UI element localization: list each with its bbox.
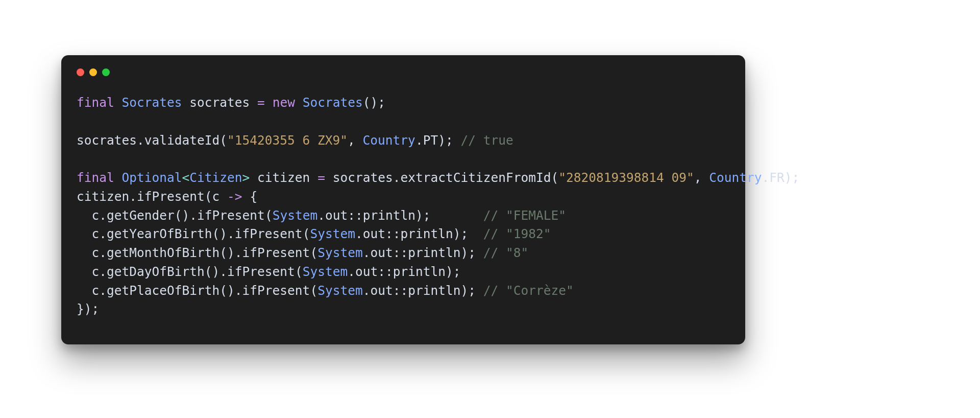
m-ifPresent: ifPresent	[242, 283, 310, 298]
m-extract: extractCitizenFromId	[400, 170, 551, 185]
type-country: Country	[363, 133, 415, 148]
p: }	[77, 301, 84, 316]
p: .	[355, 226, 363, 241]
p: )	[212, 264, 220, 279]
type-socrates: Socrates	[122, 95, 182, 110]
m-validateId: validateId	[144, 133, 220, 148]
m-out: out	[363, 226, 385, 241]
type-citizen: Citizen	[189, 170, 242, 185]
p: .	[99, 208, 107, 223]
var-c: c	[92, 264, 100, 279]
p: )	[415, 208, 423, 223]
p: .	[762, 170, 770, 185]
minimize-icon[interactable]	[89, 68, 97, 76]
p: (	[175, 208, 182, 223]
m-ifPresent: ifPresent	[197, 208, 265, 223]
type-system: System	[303, 264, 348, 279]
p: ,	[694, 170, 702, 185]
enum-PT: PT	[423, 133, 438, 148]
p: (	[219, 133, 227, 148]
p: )	[460, 245, 468, 260]
m-println: println	[408, 245, 460, 260]
p: )	[227, 245, 235, 260]
p: (	[219, 283, 227, 298]
var-citizen: citizen	[257, 170, 310, 185]
window-titlebar	[77, 68, 730, 76]
m-getPlace: getPlaceOfBirth	[107, 283, 219, 298]
p: .	[235, 283, 242, 298]
close-icon[interactable]	[77, 68, 84, 76]
p: )	[219, 226, 227, 241]
p: .	[363, 245, 371, 260]
m-getMonth: getMonthOfBirth	[107, 245, 219, 260]
zoom-icon[interactable]	[102, 68, 110, 76]
m-println: println	[400, 226, 453, 241]
p-lt: <	[182, 170, 190, 185]
p: ::	[378, 264, 393, 279]
cmt-correze: // "Corrèze"	[483, 283, 574, 298]
p: (	[295, 264, 303, 279]
code-window: final Socrates socrates = new Socrates()…	[61, 55, 745, 344]
var-c: c	[92, 208, 100, 223]
op-eq: =	[257, 95, 265, 110]
cmt-female: // "FEMALE"	[483, 208, 566, 223]
p: ;	[468, 283, 476, 298]
var-c: c	[92, 226, 100, 241]
p: .	[227, 226, 235, 241]
p: ;	[468, 245, 476, 260]
cmt-true: // true	[460, 133, 513, 148]
p: (	[310, 245, 317, 260]
p: .	[129, 189, 137, 204]
m-println: println	[393, 264, 446, 279]
p: (	[303, 226, 310, 241]
p: )	[453, 226, 461, 241]
p: ::	[393, 283, 408, 298]
p: .	[393, 170, 401, 185]
var-socrates: socrates	[189, 95, 250, 110]
p: )	[438, 133, 446, 148]
p: .	[317, 208, 325, 223]
p: .	[99, 226, 107, 241]
str-pt-id: "15420355 6 ZX9"	[227, 133, 348, 148]
p: (	[205, 189, 212, 204]
p: .	[99, 245, 107, 260]
p: .	[219, 264, 227, 279]
p: ;	[446, 133, 453, 148]
m-ifPresent: ifPresent	[137, 189, 205, 204]
p: .	[99, 264, 107, 279]
op-eq: =	[317, 170, 325, 185]
m-out: out	[355, 264, 378, 279]
p: )	[446, 264, 453, 279]
p: ;	[460, 226, 468, 241]
kw-new: new	[273, 95, 295, 110]
str-fr-id: "2820819398814 09"	[558, 170, 694, 185]
p: (	[212, 226, 220, 241]
p: ::	[385, 226, 401, 241]
m-out: out	[370, 283, 393, 298]
enum-FR: FR	[769, 170, 785, 185]
p: )	[785, 170, 792, 185]
var-c: c	[212, 189, 220, 204]
kw-final: final	[77, 95, 114, 110]
m-getGender: getGender	[107, 208, 175, 223]
m-out: out	[370, 245, 393, 260]
m-ifPresent: ifPresent	[242, 245, 310, 260]
cmt-8: // "8"	[483, 245, 529, 260]
cmt-1982: // "1982"	[483, 226, 551, 241]
p: )	[460, 283, 468, 298]
p: ;	[423, 208, 431, 223]
type-system: System	[273, 208, 318, 223]
m-out: out	[325, 208, 348, 223]
p: ;	[792, 170, 800, 185]
p: ::	[348, 208, 363, 223]
p: .	[99, 283, 107, 298]
var-socrates: socrates	[333, 170, 393, 185]
m-getDay: getDayOfBirth	[107, 264, 205, 279]
type-system: System	[317, 245, 363, 260]
m-ifPresent: ifPresent	[235, 226, 303, 241]
p: )	[182, 208, 190, 223]
m-ifPresent: ifPresent	[227, 264, 295, 279]
p: {	[250, 189, 257, 204]
type-country: Country	[709, 170, 762, 185]
p: ::	[393, 245, 408, 260]
